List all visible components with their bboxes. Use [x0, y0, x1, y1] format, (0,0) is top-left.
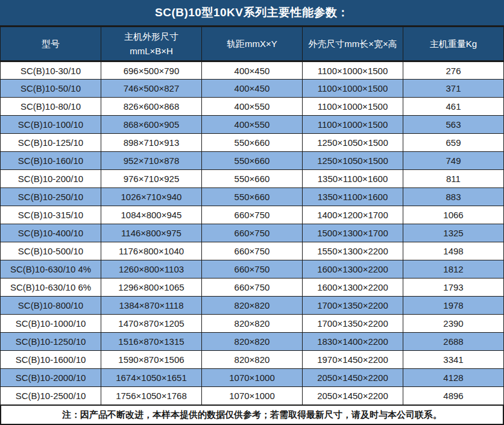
table-cell: 4128 [403, 369, 504, 387]
table-cell: 3341 [403, 351, 504, 369]
table-cell: 898×710×913 [101, 134, 202, 152]
table-cell: 1550×1300×2200 [303, 242, 403, 260]
table-cell: 1260×800×1103 [101, 260, 202, 279]
table-cell: 1250×1050×1500 [303, 134, 403, 152]
table-cell: SC(B)10-400/10 [1, 224, 101, 242]
table-cell: 660×750 [202, 242, 303, 260]
table-cell: 550×660 [202, 188, 303, 206]
table-cell: 2390 [403, 315, 504, 333]
table-cell: 1700×1350×2200 [303, 297, 403, 315]
table-row: SC(B)10-1600/101590×870×1506820×8201970×… [1, 351, 504, 369]
table-cell: 1812 [403, 260, 504, 279]
table-cell: 659 [403, 134, 504, 152]
table-cell: 400×450 [202, 80, 303, 98]
table-cell: SC(B)10-125/10 [1, 134, 101, 152]
table-cell: SC(B)10-160/10 [1, 152, 101, 170]
table-cell: SC(B)10-2500/10 [1, 387, 101, 405]
table-cell: 1296×800×1065 [101, 279, 202, 297]
table-body: SC(B)10-30/10696×500×790400×4501100×1000… [1, 61, 504, 405]
spec-sheet-page: SC(B)10型10KV系列主要性能参数： 型号 主机外形尺寸 mmL×B×H … [0, 0, 504, 425]
table-cell: 1146×800×975 [101, 224, 202, 242]
table-cell: 660×750 [202, 206, 303, 224]
table-cell: 1830×1400×2200 [303, 333, 403, 351]
table-cell: SC(B)10-630/10 6% [1, 279, 101, 297]
table-cell: 1066 [403, 206, 504, 224]
table-row: SC(B)10-2500/101756×1050×17681070×100020… [1, 387, 504, 405]
table-cell: SC(B)10-630/10 4% [1, 260, 101, 279]
table-cell: 826×600×868 [101, 98, 202, 116]
table-cell: 1026×710×940 [101, 188, 202, 206]
table-row: SC(B)10-80/10826×600×868400×5501100×1000… [1, 98, 504, 116]
table-cell: 400×450 [202, 61, 303, 80]
table-row: SC(B)10-50/10746×500×827400×4501100×1000… [1, 80, 504, 98]
table-cell: 461 [403, 98, 504, 116]
table-header: 型号 主机外形尺寸 mmL×B×H 轨距mmX×Y 外壳尺寸mm长×宽×高 主机… [1, 27, 504, 61]
table-row: SC(B)10-630/10 6%1296×800×1065660×750160… [1, 279, 504, 297]
table-cell: SC(B)10-80/10 [1, 98, 101, 116]
table-cell: 1400×1200×1700 [303, 206, 403, 224]
table-cell: 811 [403, 170, 504, 188]
table-cell: 1600×1300×2200 [303, 279, 403, 297]
table-cell: 820×820 [202, 333, 303, 351]
table-cell: 868×600×905 [101, 116, 202, 134]
table-cell: 1100×1000×1500 [303, 98, 403, 116]
table-cell: SC(B)10-1600/10 [1, 351, 101, 369]
table-cell: 2050×1450×2200 [303, 387, 403, 405]
table-cell: 1498 [403, 242, 504, 260]
table-cell: 820×820 [202, 351, 303, 369]
table-cell: SC(B)10-250/10 [1, 188, 101, 206]
table-cell: 4896 [403, 387, 504, 405]
table-cell: 400×550 [202, 98, 303, 116]
table-row: SC(B)10-800/101384×870×1118820×8201700×1… [1, 297, 504, 315]
table-cell: 660×750 [202, 224, 303, 242]
table-cell: 820×820 [202, 297, 303, 315]
col-header-shell-dimensions: 外壳尺寸mm长×宽×高 [303, 27, 403, 61]
table-cell: SC(B)10-315/10 [1, 206, 101, 224]
table-cell: SC(B)10-800/10 [1, 297, 101, 315]
table-row: SC(B)10-500/101176×800×1040660×7501550×1… [1, 242, 504, 260]
table-cell: 400×550 [202, 116, 303, 134]
table-cell: 976×710×925 [101, 170, 202, 188]
col-header-rail-gauge: 轨距mmX×Y [202, 27, 303, 61]
col-header-host-dimensions-line2: mmL×B×H [101, 44, 201, 58]
table-cell: 1700×1350×2200 [303, 315, 403, 333]
table-cell: 550×660 [202, 152, 303, 170]
table-row: SC(B)10-200/10976×710×925550×6601350×110… [1, 170, 504, 188]
header-row: 型号 主机外形尺寸 mmL×B×H 轨距mmX×Y 外壳尺寸mm长×宽×高 主机… [1, 27, 504, 61]
table-cell: SC(B)10-2000/10 [1, 369, 101, 387]
table-row: SC(B)10-250/101026×710×940550×6601350×11… [1, 188, 504, 206]
table-cell: 1516×870×1315 [101, 333, 202, 351]
table-row: SC(B)10-400/101146×800×975660×7501500×13… [1, 224, 504, 242]
footer-note: 注：因产品不断改进，本样本提供的数据仅供参考；若需取得最新尺寸，请及时与本公司联… [0, 405, 504, 425]
table-cell: 1756×1050×1768 [101, 387, 202, 405]
table-cell: 1100×1000×1500 [303, 80, 403, 98]
table-cell: 1600×1300×2200 [303, 260, 403, 279]
table-row: SC(B)10-1000/101470×870×1205820×8201700×… [1, 315, 504, 333]
table-cell: 1176×800×1040 [101, 242, 202, 260]
table-cell: 1100×1000×1500 [303, 61, 403, 80]
table-row: SC(B)10-125/10898×710×913550×6601250×105… [1, 134, 504, 152]
table-cell: 1590×870×1506 [101, 351, 202, 369]
table-row: SC(B)10-1250/101516×870×1315820×8201830×… [1, 333, 504, 351]
table-cell: 1793 [403, 279, 504, 297]
table-cell: 1384×870×1118 [101, 297, 202, 315]
col-header-host-dimensions-line1: 主机外形尺寸 [101, 30, 201, 44]
spec-table: 型号 主机外形尺寸 mmL×B×H 轨距mmX×Y 外壳尺寸mm长×宽×高 主机… [0, 27, 504, 405]
table-cell: 1250×1050×1500 [303, 152, 403, 170]
table-cell: SC(B)10-100/10 [1, 116, 101, 134]
table-cell: 550×660 [202, 134, 303, 152]
table-cell: 1500×1300×1700 [303, 224, 403, 242]
col-header-weight: 主机重量Kg [403, 27, 504, 61]
table-row: SC(B)10-30/10696×500×790400×4501100×1000… [1, 61, 504, 80]
table-cell: 1100×1000×1500 [303, 116, 403, 134]
table-cell: 1070×1000 [202, 369, 303, 387]
table-cell: 550×660 [202, 170, 303, 188]
table-cell: 2688 [403, 333, 504, 351]
table-cell: 276 [403, 61, 504, 80]
table-cell: 1084×800×945 [101, 206, 202, 224]
table-cell: 1070×1000 [202, 387, 303, 405]
table-cell: SC(B)10-1000/10 [1, 315, 101, 333]
table-row: SC(B)10-160/10952×710×878550×6601250×105… [1, 152, 504, 170]
table-cell: SC(B)10-50/10 [1, 80, 101, 98]
table-cell: 820×820 [202, 315, 303, 333]
